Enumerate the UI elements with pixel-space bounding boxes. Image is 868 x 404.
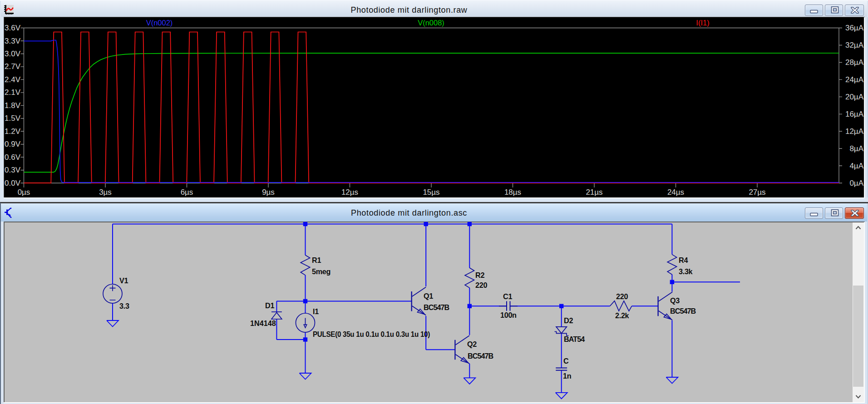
svg-text:BC547B: BC547B [670,307,696,315]
svg-text:16µA: 16µA [845,110,864,118]
svg-text:18µs: 18µs [504,188,521,197]
svg-text:V1: V1 [119,276,128,285]
svg-text:R2: R2 [475,271,484,279]
svg-text:24µA: 24µA [845,75,864,84]
svg-text:3.6V: 3.6V [5,24,21,32]
svg-text:BAT54: BAT54 [564,335,585,343]
svg-text:C: C [563,357,569,365]
svg-text:0.0V: 0.0V [5,179,21,187]
svg-text:2.1V: 2.1V [5,88,21,97]
svg-text:1.5V: 1.5V [5,114,21,123]
svg-text:3.3V: 3.3V [5,37,21,45]
svg-text:I(I1): I(I1) [696,19,709,27]
svg-text:1.2V: 1.2V [5,127,21,136]
svg-text:D2: D2 [564,316,573,325]
svg-text:R4: R4 [679,256,688,264]
svg-text:5meg: 5meg [312,267,330,276]
svg-text:0.6V: 0.6V [5,153,21,162]
svg-text:Q2: Q2 [467,340,477,348]
svg-text:8µA: 8µA [849,144,863,153]
svg-text:21µs: 21µs [586,188,602,197]
svg-text:Q3: Q3 [670,296,680,305]
svg-text:9µs: 9µs [262,188,275,197]
svg-text:R1: R1 [312,256,321,264]
svg-text:BC547B: BC547B [468,352,493,360]
svg-text:12µA: 12µA [845,127,864,136]
svg-text:1N4148: 1N4148 [250,319,276,327]
svg-text:2.7V: 2.7V [5,62,21,71]
svg-text:I1: I1 [313,307,319,315]
svg-text:27µs: 27µs [749,188,765,197]
svg-text:BC547B: BC547B [424,303,449,311]
svg-text:3µs: 3µs [99,188,112,197]
svg-text:3.0V: 3.0V [5,49,21,58]
svg-text:15µs: 15µs [423,188,439,197]
svg-text:V(n008): V(n008) [418,19,444,27]
svg-text:C1: C1 [503,292,512,301]
svg-text:20µA: 20µA [845,93,864,101]
svg-text:D1: D1 [265,301,274,310]
svg-text:0µA: 0µA [849,179,863,187]
svg-text:0.9V: 0.9V [5,140,21,148]
svg-text:1n: 1n [563,372,571,380]
svg-text:3.3: 3.3 [119,302,129,310]
svg-text:PULSE(0 35u 1u 0.1u 0.1u 0.3u: PULSE(0 35u 1u 0.1u 0.1u 0.3u 1u 10) [313,330,430,338]
svg-text:3.3k: 3.3k [679,267,693,276]
svg-text:36µA: 36µA [845,24,864,32]
svg-text:V(n002): V(n002) [146,19,173,27]
svg-text:Q1: Q1 [424,292,433,300]
svg-text:6µs: 6µs [181,188,193,197]
svg-text:24µs: 24µs [667,188,684,197]
svg-text:220: 220 [475,281,487,289]
svg-text:4µA: 4µA [849,162,863,170]
svg-text:0µs: 0µs [18,188,30,197]
svg-text:2.4V: 2.4V [5,75,21,84]
svg-text:12µs: 12µs [341,188,358,197]
svg-text:2.2k: 2.2k [615,311,630,320]
svg-text:100n: 100n [500,311,517,319]
svg-text:28µA: 28µA [845,58,864,67]
svg-text:220: 220 [616,292,628,301]
svg-text:0.3V: 0.3V [5,166,21,174]
svg-text:1.8V: 1.8V [5,101,21,110]
svg-text:32µA: 32µA [845,41,864,49]
